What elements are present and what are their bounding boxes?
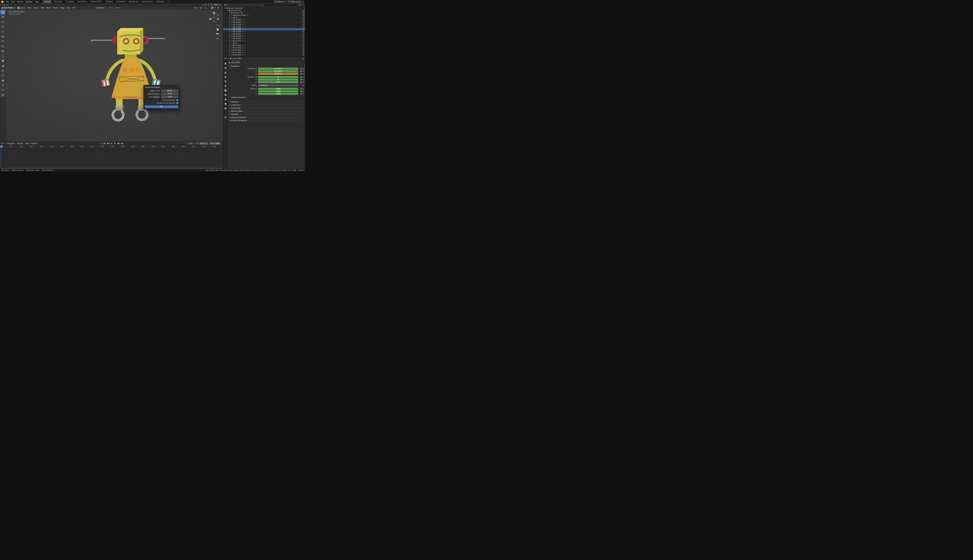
object-tab[interactable] <box>224 89 227 92</box>
navigation-gizmo[interactable]: Z X Y <box>209 12 219 22</box>
start-frame-field[interactable]: Start 1 <box>199 142 208 145</box>
end-frame-field[interactable]: End 1085 <box>209 142 221 145</box>
current-frame-field[interactable]: 0 <box>187 142 195 145</box>
keyframe-decorator-icon[interactable] <box>303 68 304 69</box>
poly-build-tool[interactable]: ▲ <box>0 78 5 82</box>
active-tool-icon[interactable] <box>1 4 3 6</box>
outliner-row-obj-0-005[interactable]: ▽obj_0.005↻▽ <box>223 28 305 30</box>
outliner-scrollbar[interactable] <box>304 7 305 31</box>
viewport-menu-add[interactable]: Add <box>40 7 45 9</box>
scale-tool[interactable]: ▱ <box>0 29 5 34</box>
expand-arrow-icon[interactable] <box>229 50 230 51</box>
jump-to-prev-keyframe-button[interactable] <box>107 142 110 145</box>
outliner-row-obj-0-027[interactable]: ▽obj_0.027↻▽ <box>223 37 305 40</box>
eye-icon[interactable] <box>302 31 304 32</box>
keyframe-decorator-icon[interactable] <box>303 88 304 89</box>
expand-arrow-icon[interactable] <box>229 12 230 13</box>
shading-rendered-icon[interactable]: ● <box>217 7 219 9</box>
eye-icon[interactable] <box>302 33 304 35</box>
physics-tab[interactable] <box>224 102 227 105</box>
eye-icon[interactable] <box>302 43 304 44</box>
face-select-mode-button[interactable] <box>23 7 25 9</box>
panel-visibility[interactable]: Visibility <box>229 113 304 116</box>
viewport-menu-mesh[interactable]: Mesh <box>45 7 52 9</box>
expand-arrow-icon[interactable] <box>224 8 225 8</box>
keyframe-decorator-icon[interactable] <box>303 73 304 74</box>
constraints-tab[interactable] <box>224 107 227 110</box>
keyframe-decorator-icon[interactable] <box>303 90 304 92</box>
jump-to-end-button[interactable] <box>120 142 124 145</box>
workspace-tab-rendering[interactable]: Rendering <box>127 0 140 3</box>
eye-icon[interactable] <box>302 38 304 39</box>
menu-render[interactable]: Render <box>16 0 25 3</box>
mode-selector[interactable]: ▣ Edit Mode <box>1 7 16 9</box>
viewport-menu-select[interactable]: Select <box>32 7 40 9</box>
expand-arrow-icon[interactable] <box>229 26 230 27</box>
smooth-tool[interactable]: ≈ <box>0 88 5 92</box>
outliner-row-obj-0-002[interactable]: ▽obj_0.002↻▽ <box>223 21 305 23</box>
expand-arrow-icon[interactable] <box>227 10 228 11</box>
expand-arrow-icon[interactable] <box>229 38 230 39</box>
lock-icon[interactable] <box>301 91 302 92</box>
transform-field-z[interactable]: -136° <box>258 81 298 83</box>
bevel-tool[interactable]: ◢ <box>0 63 5 68</box>
transform-field-z[interactable]: 0.080 <box>258 93 298 95</box>
viewport-menu-vertex[interactable]: Vertex <box>52 7 59 9</box>
view-layer-selector[interactable]: View Layer × <box>287 0 304 3</box>
keyframe-decorator-icon[interactable] <box>303 79 304 80</box>
properties-scrollbar[interactable] <box>304 64 305 82</box>
transform-field-rotation-x[interactable]: 0° <box>258 76 298 78</box>
lock-icon[interactable] <box>301 73 302 75</box>
overlays-toggle-icon[interactable]: ◍ <box>200 7 202 9</box>
add-cube-tool[interactable]: ⊞ <box>0 49 5 53</box>
outliner-row-fabulous-habbi[interactable]: ▽Fabulous Habbi↻▽ <box>223 14 305 16</box>
expand-arrow-icon[interactable] <box>229 54 230 55</box>
eye-icon[interactable] <box>302 45 304 46</box>
eye-icon[interactable] <box>302 36 304 37</box>
expand-arrow-icon[interactable] <box>229 33 230 34</box>
knife-tool[interactable]: ╱ <box>0 73 5 78</box>
tool-tab[interactable] <box>224 62 227 65</box>
lock-icon[interactable] <box>301 93 302 95</box>
cursor-tool[interactable]: ⊕ <box>0 15 5 19</box>
rotate-tool[interactable]: ↻ <box>0 25 5 29</box>
xray-toggle-icon[interactable]: ◫ <box>205 7 207 9</box>
lock-icon[interactable] <box>301 71 302 72</box>
expand-arrow-icon[interactable] <box>229 40 230 42</box>
select-box-tool[interactable]: ▢ <box>0 10 5 14</box>
timeline-ruler[interactable]: 0 50100150200250300350400450500550600650… <box>0 145 223 148</box>
play-reverse-button[interactable] <box>110 142 113 145</box>
shading-solid-icon[interactable]: ◉ <box>211 7 214 9</box>
transform-field-y[interactable]: 0.080 <box>258 90 298 92</box>
lock-icon[interactable] <box>301 68 302 69</box>
menu-edit[interactable]: Edit <box>10 0 16 3</box>
eye-icon[interactable] <box>302 54 304 56</box>
menu-file[interactable]: File <box>5 0 10 3</box>
play-button[interactable] <box>114 142 117 145</box>
eye-icon[interactable] <box>302 40 304 42</box>
workspace-tab-shading[interactable]: Shading <box>104 0 115 3</box>
transform-field-scale-x[interactable]: 0.080 <box>258 88 298 90</box>
viewport-menu-edge[interactable]: Edge <box>59 7 66 9</box>
panel-instancing[interactable]: Instancing <box>229 107 304 110</box>
outliner-row-scene-collection[interactable]: Scene Collection <box>223 7 305 9</box>
workspace-tab-layout[interactable]: Layout <box>43 0 53 3</box>
outliner-row-obj-0-023[interactable]: ▽obj_0.023↻▽ <box>223 33 305 35</box>
lock-icon[interactable] <box>301 77 302 78</box>
expand-arrow-icon[interactable] <box>229 28 230 30</box>
shading-material-icon[interactable]: ◍ <box>214 7 217 9</box>
render-tab[interactable] <box>224 67 227 70</box>
measure-tool[interactable]: ∠ <box>0 44 5 48</box>
output-tab[interactable] <box>224 71 227 74</box>
shading-dropdown-icon[interactable] <box>221 8 222 8</box>
move-tool[interactable]: ↔ <box>0 20 5 24</box>
world-tab[interactable] <box>224 84 227 88</box>
panel-custom-properties[interactable]: Custom Properties <box>229 119 304 122</box>
remove-view-layer-icon[interactable]: × <box>301 1 303 3</box>
ok-button[interactable]: OK <box>145 105 178 108</box>
keyframe-decorator-icon[interactable] <box>303 81 304 83</box>
menu-help[interactable]: Help <box>33 0 40 3</box>
inset-faces-tool[interactable]: ▣ <box>0 58 5 63</box>
transform-field-y[interactable]: -0° <box>258 78 298 81</box>
preview-range-icon[interactable] <box>196 143 198 145</box>
